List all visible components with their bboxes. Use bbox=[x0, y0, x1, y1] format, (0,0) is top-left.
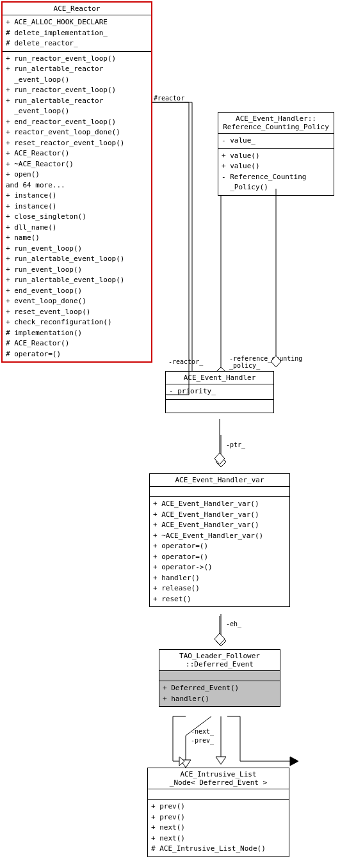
list-item: + instance() bbox=[6, 201, 148, 212]
list-item: # ACE_Reactor() bbox=[6, 338, 148, 349]
list-item: + operator=() bbox=[153, 541, 286, 552]
aeh-title: ACE_Event_Handler bbox=[166, 372, 273, 384]
next-label: -next_ bbox=[191, 728, 214, 735]
rcp-section1: - value_ bbox=[218, 134, 334, 149]
list-item: + run_event_loop() bbox=[6, 244, 148, 255]
list-item: + operator->() bbox=[153, 562, 286, 573]
list-item: + run_reactor_event_loop() bbox=[6, 85, 148, 96]
list-item: + ACE_Reactor() bbox=[6, 148, 148, 159]
svg-marker-12 bbox=[216, 757, 226, 764]
list-item: + event_loop_done() bbox=[6, 296, 148, 307]
prev-label: -prev_ bbox=[191, 737, 214, 744]
list-item: + run_alertable_reactor bbox=[6, 64, 148, 75]
list-item: + prev() bbox=[151, 812, 286, 823]
list-item: + next() bbox=[151, 823, 286, 833]
list-item: + ACE_Event_Handler_var() bbox=[153, 520, 286, 531]
svg-marker-14 bbox=[181, 760, 191, 768]
list-item: + next() bbox=[151, 833, 286, 844]
svg-marker-16 bbox=[215, 453, 225, 464]
svg-marker-17 bbox=[215, 633, 225, 645]
list-item: + prev() bbox=[151, 801, 286, 812]
aehv-section1 bbox=[150, 487, 289, 497]
tao-title: TAO_Leader_Follower::Deferred_Event bbox=[159, 650, 280, 671]
list-item: + run_alertable_reactor bbox=[6, 96, 148, 107]
list-item: + open() bbox=[6, 170, 148, 180]
list-item: _event_loop() bbox=[6, 75, 148, 86]
reactor-label-right: -reactor_ bbox=[168, 358, 203, 365]
list-item: + dll_name() bbox=[6, 223, 148, 233]
ace-reactor-s1-l1: + ACE_ALLOC_HOOK_DECLARE bbox=[6, 17, 148, 28]
ptr-label: -ptr_ bbox=[226, 441, 245, 448]
list-item: + handler() bbox=[163, 694, 277, 705]
list-item: + ~ACE_Reactor() bbox=[6, 159, 148, 170]
list-item: + value() bbox=[222, 161, 330, 172]
ace-event-handler-var-box: ACE_Event_Handler_var + ACE_Event_Handle… bbox=[149, 473, 290, 607]
rcp-section2: + value() + value() - Reference_Counting… bbox=[218, 149, 334, 195]
reactor-label-left: #reactor_ bbox=[154, 95, 188, 102]
list-item: + run_alertable_event_loop() bbox=[6, 254, 148, 265]
eh-label: -eh_ bbox=[226, 620, 241, 627]
ace-reactor-box: ACE_Reactor + ACE_ALLOC_HOOK_DECLARE # d… bbox=[1, 1, 152, 363]
ace-event-handler-rcp-box: ACE_Event_Handler::Reference_Counting_Po… bbox=[218, 112, 334, 196]
list-item: + name() bbox=[6, 233, 148, 244]
list-item: + reset() bbox=[153, 594, 286, 605]
ace-event-handler-box: ACE_Event_Handler - priority_ bbox=[165, 371, 274, 413]
list-item: + check_reconfiguration() bbox=[6, 317, 148, 328]
list-item: + Deferred_Event() bbox=[163, 683, 277, 694]
ace-reactor-section2: + run_reactor_event_loop() + run_alertab… bbox=[3, 52, 151, 362]
aehv-section2: + ACE_Event_Handler_var() + ACE_Event_Ha… bbox=[150, 497, 289, 606]
list-item: and 64 more... bbox=[6, 180, 148, 191]
list-item: + reactor_event_loop_done() bbox=[6, 127, 148, 138]
ace-reactor-title: ACE_Reactor bbox=[3, 3, 151, 15]
list-item: _event_loop() bbox=[6, 106, 148, 117]
ail-section1 bbox=[148, 789, 289, 800]
svg-marker-8 bbox=[216, 636, 226, 646]
list-item: + run_alertable_event_loop() bbox=[6, 275, 148, 286]
list-item: + operator=() bbox=[153, 552, 286, 563]
list-item: # operator=() bbox=[6, 349, 148, 360]
list-item: + run_reactor_event_loop() bbox=[6, 54, 148, 65]
aeh-section2 bbox=[166, 400, 273, 413]
diagram-container: ACE_Reactor + ACE_ALLOC_HOOK_DECLARE # d… bbox=[0, 0, 340, 868]
aehv-title: ACE_Event_Handler_var bbox=[150, 474, 289, 487]
list-item: + ~ACE_Event_Handler_var() bbox=[153, 531, 286, 542]
svg-marker-18 bbox=[179, 757, 184, 766]
svg-marker-6 bbox=[216, 457, 226, 467]
list-item: - Reference_Counting bbox=[222, 172, 330, 183]
list-item: + value() bbox=[222, 151, 330, 162]
list-item: - priority_ bbox=[169, 386, 270, 397]
list-item: + end_event_loop() bbox=[6, 286, 148, 297]
list-item: + reset_reactor_event_loop() bbox=[6, 138, 148, 149]
tao-leader-follower-box: TAO_Leader_Follower::Deferred_Event + De… bbox=[159, 649, 280, 707]
rcp-title: ACE_Event_Handler::Reference_Counting_Po… bbox=[218, 113, 334, 134]
list-item: + handler() bbox=[153, 573, 286, 584]
ace-intrusive-list-box: ACE_Intrusive_List_Node< Deferred_Event … bbox=[147, 768, 289, 857]
list-item: # implementation() bbox=[6, 328, 148, 339]
tao-section2: + Deferred_Event() + handler() bbox=[159, 681, 280, 706]
list-item: + run_event_loop() bbox=[6, 265, 148, 276]
list-item: - value_ bbox=[222, 136, 330, 146]
ace-reactor-s1-l2: # delete_implementation_ bbox=[6, 28, 148, 39]
list-item: _Policy() bbox=[222, 182, 330, 193]
list-item: + release() bbox=[153, 583, 286, 594]
list-item: + instance() bbox=[6, 191, 148, 201]
tao-section1 bbox=[159, 671, 280, 681]
ace-reactor-s1-l3: # delete_reactor_ bbox=[6, 38, 148, 49]
list-item: + ACE_Event_Handler_var() bbox=[153, 510, 286, 521]
list-item: + close_singleton() bbox=[6, 212, 148, 223]
ail-title: ACE_Intrusive_List_Node< Deferred_Event … bbox=[148, 768, 289, 789]
list-item: + ACE_Event_Handler_var() bbox=[153, 499, 286, 510]
aeh-section1: - priority_ bbox=[166, 384, 273, 400]
ref-counting-label: -reference_counting_policy_ bbox=[229, 355, 332, 369]
svg-marker-19 bbox=[290, 757, 298, 766]
list-item: + reset_event_loop() bbox=[6, 307, 148, 318]
list-item: # ACE_Intrusive_List_Node() bbox=[151, 844, 286, 855]
ail-section2: + prev() + prev() + next() + next() # AC… bbox=[148, 800, 289, 856]
ace-reactor-section1: + ACE_ALLOC_HOOK_DECLARE # delete_implem… bbox=[3, 15, 151, 52]
list-item: + end_reactor_event_loop() bbox=[6, 117, 148, 128]
